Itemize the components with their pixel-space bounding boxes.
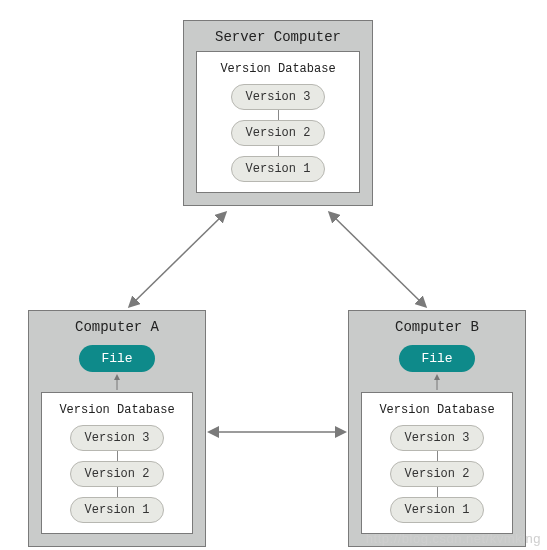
connector-line	[278, 146, 279, 156]
file-arrow-icon	[107, 374, 127, 392]
version-pill: Version 1	[70, 497, 165, 523]
version-pill: Version 3	[390, 425, 485, 451]
server-box: Server Computer Version Database Version…	[183, 20, 373, 206]
server-db-title: Version Database	[197, 58, 359, 84]
version-pill: Version 3	[70, 425, 165, 451]
version-pill: Version 1	[390, 497, 485, 523]
computer-b-db-title: Version Database	[362, 399, 512, 425]
file-pill: File	[79, 345, 154, 372]
connector-line	[437, 451, 438, 461]
version-pill: Version 2	[70, 461, 165, 487]
computer-a-box: Computer A File Version Database Version…	[28, 310, 206, 547]
file-pill: File	[399, 345, 474, 372]
computer-a-title: Computer A	[29, 311, 205, 341]
watermark-text: http://blog.csdn.net/kvmking	[366, 531, 541, 546]
connector-line	[117, 487, 118, 497]
connector-line	[278, 110, 279, 120]
server-title: Server Computer	[184, 21, 372, 51]
computer-b-db: Version Database Version 3 Version 2 Ver…	[361, 392, 513, 534]
computer-b-title: Computer B	[349, 311, 525, 341]
server-db: Version Database Version 3 Version 2 Ver…	[196, 51, 360, 193]
svg-line-2	[130, 213, 225, 306]
version-pill: Version 3	[231, 84, 326, 110]
computer-b-box: Computer B File Version Database Version…	[348, 310, 526, 547]
svg-line-3	[330, 213, 425, 306]
connector-line	[117, 451, 118, 461]
version-pill: Version 1	[231, 156, 326, 182]
version-pill: Version 2	[390, 461, 485, 487]
version-pill: Version 2	[231, 120, 326, 146]
computer-a-db-title: Version Database	[42, 399, 192, 425]
computer-a-db: Version Database Version 3 Version 2 Ver…	[41, 392, 193, 534]
connector-line	[437, 487, 438, 497]
file-arrow-icon	[427, 374, 447, 392]
